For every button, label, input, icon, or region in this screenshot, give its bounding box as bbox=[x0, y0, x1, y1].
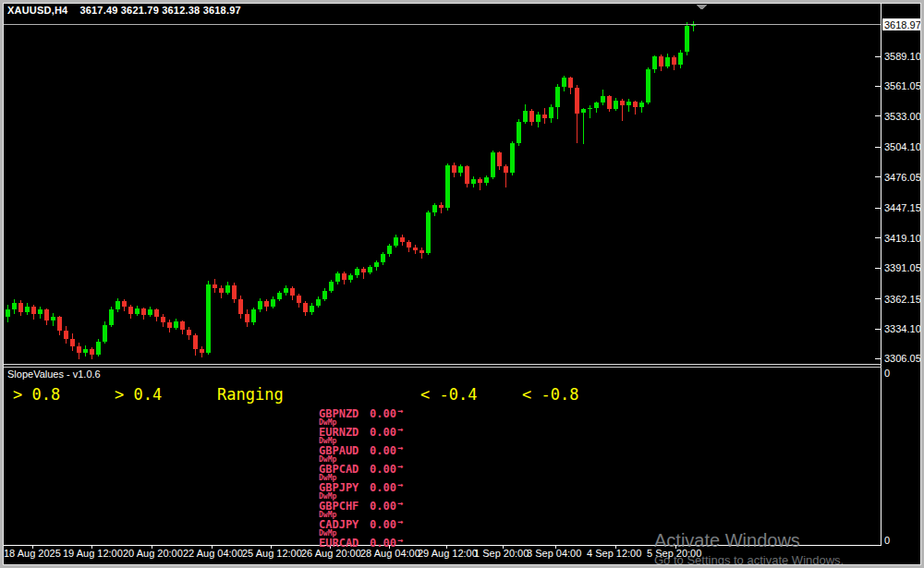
candle-body bbox=[374, 262, 379, 267]
price-axis-label: 3419.10 bbox=[884, 233, 921, 244]
candle bbox=[594, 102, 599, 114]
candle bbox=[284, 285, 288, 296]
candle bbox=[148, 307, 152, 318]
candle bbox=[646, 67, 650, 105]
candle-body bbox=[407, 242, 411, 248]
candle-body bbox=[575, 88, 579, 114]
candle bbox=[116, 298, 120, 312]
candle-body bbox=[251, 309, 256, 322]
candle bbox=[18, 300, 23, 316]
candle-body bbox=[12, 303, 17, 309]
indicator-scale-label: 0 bbox=[884, 535, 890, 546]
candle bbox=[232, 283, 237, 303]
candle-body bbox=[381, 254, 385, 262]
candle-body bbox=[355, 269, 359, 275]
candle bbox=[394, 235, 398, 248]
price-axis-label: 3391.05 bbox=[884, 262, 921, 273]
candle bbox=[109, 307, 114, 327]
candle-body bbox=[387, 246, 392, 254]
candle bbox=[575, 85, 579, 142]
candle-body bbox=[452, 165, 456, 173]
candlestick-chart-canvas[interactable]: 3589.103561.053533.003504.103476.053447.… bbox=[0, 0, 924, 568]
time-axis-label: 19 Aug 12:00 bbox=[63, 548, 123, 559]
chart-shift-triangle-icon[interactable] bbox=[696, 5, 708, 10]
bid-price-tag-value: 3618.97 bbox=[884, 19, 921, 30]
chart-title-bar[interactable]: XAUUSD,H4 3617.49 3621.79 3612.38 3618.9… bbox=[7, 5, 241, 16]
candle-body bbox=[297, 296, 301, 303]
candle-body bbox=[6, 309, 10, 317]
trend-arrow-icon: → bbox=[397, 498, 403, 508]
candle bbox=[555, 84, 560, 119]
pair-slope-value: 0.00→ bbox=[370, 481, 403, 494]
activate-windows-hint: Go to Settings to activate Windows. bbox=[654, 553, 844, 567]
candle bbox=[626, 99, 631, 112]
candle-body bbox=[510, 143, 515, 173]
candle bbox=[64, 326, 68, 344]
candle-body bbox=[517, 122, 521, 143]
candle-body bbox=[458, 166, 463, 173]
candle bbox=[206, 281, 211, 355]
candle-body bbox=[659, 56, 663, 66]
candle-body bbox=[523, 111, 528, 122]
candle bbox=[400, 235, 405, 246]
candle-body bbox=[348, 275, 353, 280]
price-axis-label: 3476.05 bbox=[884, 172, 921, 183]
candle-body bbox=[290, 288, 295, 296]
time-axis-label: 25 Aug 12:00 bbox=[242, 548, 302, 559]
candle bbox=[200, 346, 204, 358]
price-axis-label: 3447.15 bbox=[884, 202, 921, 213]
pair-slope-value: 0.00→ bbox=[370, 500, 403, 513]
slope-header-4: < -0.4 bbox=[420, 385, 477, 404]
candle-body bbox=[271, 299, 275, 307]
candle bbox=[355, 267, 359, 278]
candle bbox=[542, 108, 547, 124]
candle-body bbox=[368, 267, 372, 272]
candle-body bbox=[497, 152, 502, 166]
pair-slope-value: 0.00→ bbox=[370, 407, 403, 420]
candle bbox=[342, 272, 346, 284]
candle-body bbox=[601, 96, 605, 103]
candle-body bbox=[672, 57, 676, 65]
candle-body bbox=[478, 179, 482, 183]
chart-ohlc-readout: 3617.49 3621.79 3612.38 3618.97 bbox=[79, 5, 240, 16]
candle bbox=[374, 260, 379, 270]
candle-body bbox=[70, 339, 75, 346]
candle-body bbox=[161, 317, 165, 322]
candle bbox=[452, 163, 456, 177]
candle-body bbox=[633, 102, 638, 107]
candle bbox=[523, 104, 528, 124]
candle bbox=[329, 280, 334, 293]
candle bbox=[193, 333, 198, 356]
candle bbox=[652, 55, 657, 73]
candle-body bbox=[284, 288, 288, 293]
candle-body bbox=[128, 307, 133, 314]
time-axis-label: 29 Aug 12:00 bbox=[418, 548, 478, 559]
candle bbox=[368, 265, 372, 274]
candle bbox=[504, 164, 508, 187]
candle-body bbox=[77, 346, 81, 353]
candle-body bbox=[174, 321, 178, 328]
candle bbox=[213, 279, 217, 293]
candle-body bbox=[322, 291, 327, 299]
candle bbox=[297, 294, 301, 308]
candle bbox=[96, 339, 101, 357]
candle-body bbox=[103, 325, 107, 343]
candle bbox=[83, 345, 88, 357]
candle-body bbox=[413, 248, 418, 249]
candle-body bbox=[167, 322, 172, 328]
trend-arrow-icon: → bbox=[397, 405, 403, 416]
candle bbox=[659, 54, 663, 72]
time-axis-label: 1 Sep 20:00 bbox=[474, 548, 529, 559]
candle bbox=[419, 248, 424, 259]
pair-slope-value: 0.00→ bbox=[370, 426, 403, 439]
candle-body bbox=[38, 309, 43, 314]
candle bbox=[238, 296, 243, 318]
candle-body bbox=[652, 56, 657, 69]
candle-body bbox=[245, 314, 249, 322]
candle-body bbox=[148, 309, 152, 315]
candle-body bbox=[504, 166, 508, 173]
price-axis-label: 3561.05 bbox=[884, 80, 921, 91]
trend-arrow-icon: → bbox=[397, 461, 403, 471]
candle bbox=[219, 285, 224, 298]
candle-body bbox=[193, 335, 198, 349]
